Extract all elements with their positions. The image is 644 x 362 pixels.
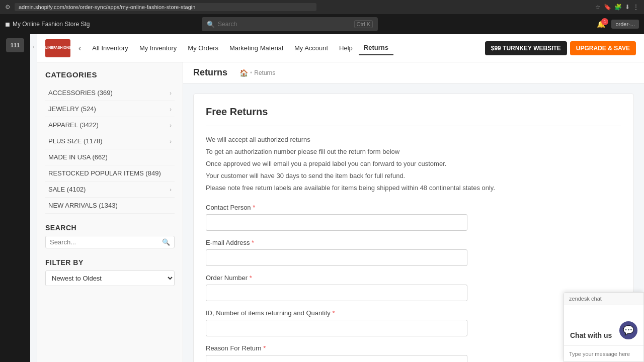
side-panel-left: › <box>30 34 37 362</box>
category-made-in-usa[interactable]: MADE IN USA (662) <box>45 149 175 165</box>
shopify-sidebar: 111 <box>0 34 30 362</box>
contact-person-input[interactable] <box>206 214 467 231</box>
chevron-right-icon: › <box>170 138 172 144</box>
page-header: Returns 🏠 • Returns <box>183 62 644 83</box>
items-quantity-input[interactable] <box>206 320 467 336</box>
order-number-input[interactable] <box>206 285 467 301</box>
chat-widget-body: Chat with us 💬 <box>564 305 643 345</box>
category-sale[interactable]: SALE (4102) › <box>45 182 175 198</box>
star-icon[interactable]: ☆ <box>595 4 601 11</box>
logo-image: MYONLINEFASHIONSTORE <box>45 39 70 57</box>
reason-for-return-label: Reason For Return * <box>206 344 621 352</box>
page-title: Returns <box>193 67 227 78</box>
required-marker: * <box>252 239 254 246</box>
extensions-icon[interactable]: 🧩 <box>614 4 622 11</box>
form-description: We will accept all authorized returns To… <box>206 134 621 194</box>
required-marker: * <box>250 274 252 282</box>
desc-line-5: Please note free return labels are avail… <box>206 183 621 194</box>
sidebar-badge: 111 <box>6 38 24 52</box>
breadcrumb: 🏠 • Returns <box>239 69 275 77</box>
items-quantity-label: ID, Number of items returning and Quanti… <box>206 309 621 317</box>
nav-all-inventory[interactable]: All Inventory <box>87 41 133 55</box>
browser-bar: ⚙ admin.shopify.com/store/order-sync/app… <box>0 0 644 14</box>
filter-select[interactable]: Newest to OldestOldest to NewestPrice: L… <box>45 270 175 286</box>
desc-line-2: To get an authorization number please fi… <box>206 146 621 157</box>
contact-person-label: Contact Person * <box>206 204 621 211</box>
store-name: ◼ My Online Fashion Store Stg <box>5 21 90 28</box>
main-area: MYONLINEFASHIONSTORE ‹ All Inventory My … <box>37 34 644 362</box>
chevron-right-icon: › <box>170 122 172 128</box>
upgrade-save-button[interactable]: UPGRADE & SAVE <box>570 41 636 55</box>
notification-badge: 1 <box>601 18 608 25</box>
nav-help[interactable]: Help <box>334 41 358 55</box>
category-jewelry[interactable]: JEWELRY (524) › <box>45 101 175 117</box>
nav-collapse-btn[interactable]: ‹ <box>78 44 81 53</box>
content-sidebar: CATEGORIES ACCESSORIES (369) › JEWELRY (… <box>37 62 183 362</box>
admin-search-input[interactable] <box>218 21 351 28</box>
admin-topbar: ◼ My Online Fashion Store Stg 🔍 Ctrl K 🔔… <box>0 14 644 34</box>
items-quantity-field: ID, Number of items returning and Quanti… <box>206 309 621 336</box>
nav-marketing-material[interactable]: Marketing Material <box>224 41 288 55</box>
chat-icon: 💬 <box>619 321 637 339</box>
chat-title: Chat with us <box>570 331 612 339</box>
app-header: MYONLINEFASHIONSTORE ‹ All Inventory My … <box>37 34 644 62</box>
side-collapse-arrow[interactable]: › <box>33 44 34 50</box>
category-plus-size[interactable]: PLUS SIZE (1178) › <box>45 133 175 149</box>
browser-actions: ☆ 🔖 🧩 ⬇ ⋮ <box>595 4 639 11</box>
chat-widget[interactable]: zendesk chat Chat with us 💬 <box>564 292 644 362</box>
app-logo: MYONLINEFASHIONSTORE <box>45 39 70 57</box>
nav-my-account[interactable]: My Account <box>289 41 333 55</box>
required-marker: * <box>332 309 335 317</box>
desc-line-4: Your customer will have 30 days to send … <box>206 170 621 182</box>
chevron-right-icon: › <box>170 187 172 193</box>
category-new-arrivals[interactable]: NEW ARRIVALS (1343) <box>45 198 175 214</box>
browser-icon: ⚙ <box>5 4 11 11</box>
chat-widget-header: zendesk chat <box>564 293 643 305</box>
nav-my-orders[interactable]: My Orders <box>183 41 223 55</box>
app-nav: All Inventory My Inventory My Orders Mar… <box>87 41 485 55</box>
chat-input[interactable] <box>569 351 638 357</box>
chevron-right-icon: › <box>170 90 172 96</box>
desc-line-1: We will accept all authorized returns <box>206 134 621 145</box>
filter-title: FILTER BY <box>45 258 175 266</box>
required-marker: * <box>253 204 255 211</box>
email-label: E-mail Address * <box>206 239 621 246</box>
email-field: E-mail Address * <box>206 239 621 266</box>
order-number-label: Order Number * <box>206 274 621 282</box>
turnkey-website-button[interactable]: $99 TURNKEY WEBSITE <box>485 41 567 55</box>
desc-line-3: Once approved we will email you a prepai… <box>206 158 621 169</box>
search-icon: 🔍 <box>207 21 215 28</box>
notification-icon[interactable]: 🔔 1 <box>597 20 605 28</box>
category-apparel[interactable]: APPAREL (3422) › <box>45 117 175 133</box>
menu-icon[interactable]: ⋮ <box>633 4 639 11</box>
chat-input-area[interactable] <box>564 345 643 361</box>
reason-for-return-field: Reason For Return * <box>206 344 621 362</box>
keyboard-shortcut: Ctrl K <box>354 20 373 28</box>
store-icon: ◼ <box>5 21 10 28</box>
admin-search-box[interactable]: 🔍 Ctrl K <box>202 17 378 31</box>
user-button[interactable]: order-... <box>611 20 639 29</box>
category-accessories[interactable]: ACCESSORIES (369) › <box>45 85 175 101</box>
required-marker: * <box>263 344 266 352</box>
content-row: CATEGORIES ACCESSORIES (369) › JEWELRY (… <box>37 62 644 362</box>
search-title: SEARCH <box>45 224 175 232</box>
download-icon[interactable]: ⬇ <box>625 4 630 11</box>
categories-title: CATEGORIES <box>45 70 175 79</box>
contact-person-field: Contact Person * <box>206 204 621 231</box>
reason-for-return-input[interactable] <box>206 355 467 362</box>
chevron-right-icon: › <box>170 106 172 112</box>
bookmark-icon[interactable]: 🔖 <box>604 4 611 11</box>
admin-right-icons: 🔔 1 order-... <box>597 20 639 29</box>
sidebar-search-input[interactable] <box>50 238 160 246</box>
sidebar-search-button[interactable]: 🔍 <box>162 238 170 246</box>
form-title: Free Returns <box>206 106 621 126</box>
order-number-field: Order Number * <box>206 274 621 301</box>
nav-returns[interactable]: Returns <box>359 41 393 55</box>
email-input[interactable] <box>206 249 467 266</box>
home-icon[interactable]: 🏠 <box>239 69 248 77</box>
browser-url[interactable]: admin.shopify.com/store/order-sync/apps/… <box>15 3 316 11</box>
nav-my-inventory[interactable]: My Inventory <box>134 41 182 55</box>
category-restocked[interactable]: RESTOCKED POPULAR ITEMS (849) <box>45 165 175 182</box>
sidebar-search-wrap[interactable]: 🔍 <box>45 236 175 248</box>
breadcrumb-current: Returns <box>254 69 275 76</box>
